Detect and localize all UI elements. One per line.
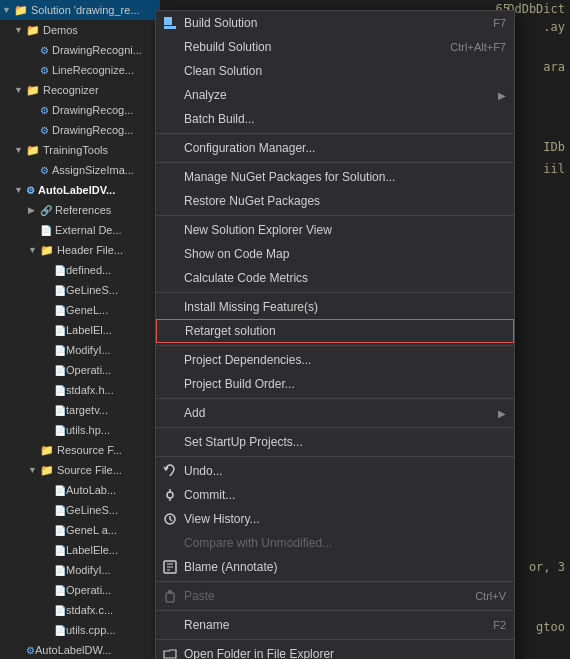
tree-item-solution[interactable]: ▼ 📁 Solution 'drawing_re...	[0, 0, 160, 20]
menu-item-show-on-code-map[interactable]: Show on Code Map	[156, 242, 514, 266]
separator-9	[156, 581, 514, 582]
tree-item-targetv[interactable]: 📄 targetv...	[0, 400, 160, 420]
menu-item-retarget-solution[interactable]: Retarget solution	[156, 319, 514, 343]
separator-2	[156, 162, 514, 163]
menu-item-install-missing-features[interactable]: Install Missing Feature(s)	[156, 295, 514, 319]
bg-code-hint2: .ay	[543, 20, 565, 34]
menu-item-manage-nuget[interactable]: Manage NuGet Packages for Solution...	[156, 165, 514, 189]
tree-item-recognizer[interactable]: ▼ 📁 Recognizer	[0, 80, 160, 100]
tree-item-assign-size[interactable]: ⚙ AssignSizeIma...	[0, 160, 160, 180]
tree-item-gelines-cpp[interactable]: 📄 GeLineS...	[0, 500, 160, 520]
tree-item-labelele-cpp[interactable]: 📄 LabelEle...	[0, 540, 160, 560]
menu-item-batch-build[interactable]: Batch Build...	[156, 107, 514, 131]
svg-rect-1	[164, 17, 172, 25]
separator-8	[156, 456, 514, 457]
menu-item-label: Open Folder in File Explorer	[184, 647, 334, 659]
menu-item-analyze[interactable]: Analyze ▶	[156, 83, 514, 107]
tree-item-label: External De...	[55, 224, 122, 236]
menu-item-label: Rebuild Solution	[184, 40, 271, 54]
tree-item-gelines[interactable]: 📄 GeLineS...	[0, 280, 160, 300]
menu-item-label: Configuration Manager...	[184, 141, 315, 155]
menu-item-new-solution-explorer[interactable]: New Solution Explorer View	[156, 218, 514, 242]
menu-item-rebuild-solution[interactable]: Rebuild Solution Ctrl+Alt+F7	[156, 35, 514, 59]
menu-item-calculate-code-metrics[interactable]: Calculate Code Metrics	[156, 266, 514, 290]
menu-item-label: Build Solution	[184, 16, 257, 30]
open-folder-icon	[162, 646, 178, 659]
tree-item-modifyi[interactable]: 📄 ModifyI...	[0, 340, 160, 360]
rebuild-icon	[162, 39, 178, 55]
tree-item-label: GeneL...	[66, 304, 108, 316]
menu-item-commit[interactable]: Commit...	[156, 483, 514, 507]
menu-item-build-solution[interactable]: Build Solution F7	[156, 11, 514, 35]
tree-item-line-recognize[interactable]: ⚙ LineRecognize...	[0, 60, 160, 80]
tree-item-training-tools[interactable]: ▼ 📁 TrainingTools	[0, 140, 160, 160]
tree-item-utils-cpp[interactable]: 📄 utils.cpp...	[0, 620, 160, 640]
tree-item-label: GeLineS...	[66, 504, 118, 516]
file-icon: 📄	[54, 585, 66, 596]
tree-item-operati-cpp[interactable]: 📄 Operati...	[0, 580, 160, 600]
separator-3	[156, 215, 514, 216]
menu-item-add[interactable]: Add ▶	[156, 401, 514, 425]
menu-item-label: Commit...	[184, 488, 235, 502]
blame-icon	[162, 559, 178, 575]
tree-item-labelel[interactable]: 📄 LabelEl...	[0, 320, 160, 340]
tree-item-autolabel-dv[interactable]: ▼ ⚙ AutoLabelDV...	[0, 180, 160, 200]
tree-item-label: ModifyI...	[66, 344, 111, 356]
menu-item-clean-solution[interactable]: Clean Solution	[156, 59, 514, 83]
tree-item-source-file[interactable]: ▼ 📁 Source File...	[0, 460, 160, 480]
menu-item-open-folder-in-file-explorer[interactable]: Open Folder in File Explorer	[156, 642, 514, 659]
menu-item-project-build-order[interactable]: Project Build Order...	[156, 372, 514, 396]
restore-icon	[162, 193, 178, 209]
menu-item-paste: Paste Ctrl+V	[156, 584, 514, 608]
tree-item-label: targetv...	[66, 404, 108, 416]
menu-item-undo[interactable]: Undo...	[156, 459, 514, 483]
tree-item-drawing-recog1[interactable]: ⚙ DrawingRecog...	[0, 100, 160, 120]
tree-item-stdafx-h[interactable]: 📄 stdafx.h...	[0, 380, 160, 400]
tree-item-genel[interactable]: 📄 GeneL...	[0, 300, 160, 320]
analyze-icon	[162, 87, 178, 103]
build-icon	[162, 15, 178, 31]
paste-icon	[162, 588, 178, 604]
menu-item-view-history[interactable]: View History...	[156, 507, 514, 531]
tree-item-autolabel-dw[interactable]: ⚙ AutoLabelDW...	[0, 640, 160, 659]
tree-item-header-files[interactable]: ▼ 📁 Header File...	[0, 240, 160, 260]
project-icon: ⚙	[40, 45, 49, 56]
menu-item-restore-nuget[interactable]: Restore NuGet Packages	[156, 189, 514, 213]
folder-icon: 📁	[40, 464, 54, 477]
tree-item-utils-hp[interactable]: 📄 utils.hp...	[0, 420, 160, 440]
menu-item-shortcut: F7	[473, 17, 506, 29]
tree-item-drawing-recogni[interactable]: ⚙ DrawingRecogni...	[0, 40, 160, 60]
tree-item-label: AssignSizeIma...	[52, 164, 134, 176]
menu-item-project-dependencies[interactable]: Project Dependencies...	[156, 348, 514, 372]
nuget-icon	[162, 169, 178, 185]
tree-item-resource-f[interactable]: 📁 Resource F...	[0, 440, 160, 460]
folder-icon: 📁	[26, 24, 40, 37]
tree-item-stdafx-cpp[interactable]: 📄 stdafx.c...	[0, 600, 160, 620]
tree-item-autolab-cpp[interactable]: 📄 AutoLab...	[0, 480, 160, 500]
menu-item-label: Show on Code Map	[184, 247, 289, 261]
tree-item-modifyi-cpp[interactable]: 📄 ModifyI...	[0, 560, 160, 580]
menu-item-label: Analyze	[184, 88, 227, 102]
menu-item-label: Add	[184, 406, 205, 420]
tree-item-defined[interactable]: 📄 defined...	[0, 260, 160, 280]
menu-item-rename[interactable]: Rename F2	[156, 613, 514, 637]
menu-item-set-startup-projects[interactable]: Set StartUp Projects...	[156, 430, 514, 454]
separator-5	[156, 345, 514, 346]
tree-item-references[interactable]: ▶ 🔗 References	[0, 200, 160, 220]
tree-item-operati[interactable]: 📄 Operati...	[0, 360, 160, 380]
tree-item-label: utils.hp...	[66, 424, 110, 436]
solution-explorer-tree: ▼ 📁 Solution 'drawing_re... ▼ 📁 Demos ⚙ …	[0, 0, 160, 659]
tree-item-drawing-recog2[interactable]: ⚙ DrawingRecog...	[0, 120, 160, 140]
file-icon: 📄	[40, 225, 52, 236]
menu-item-compare-with-unmodified: Compare with Unmodified...	[156, 531, 514, 555]
tree-item-external-dep[interactable]: 📄 External De...	[0, 220, 160, 240]
menu-item-blame-annotate[interactable]: Blame (Annotate)	[156, 555, 514, 579]
menu-item-configuration-manager[interactable]: Configuration Manager...	[156, 136, 514, 160]
menu-item-label: Retarget solution	[185, 324, 276, 338]
undo-icon	[162, 463, 178, 479]
solution-icon: 📁	[14, 4, 28, 17]
tree-item-genela[interactable]: 📄 GeneL a...	[0, 520, 160, 540]
tree-item-demos[interactable]: ▼ 📁 Demos	[0, 20, 160, 40]
tree-item-label: defined...	[66, 264, 111, 276]
code-map-icon	[162, 246, 178, 262]
